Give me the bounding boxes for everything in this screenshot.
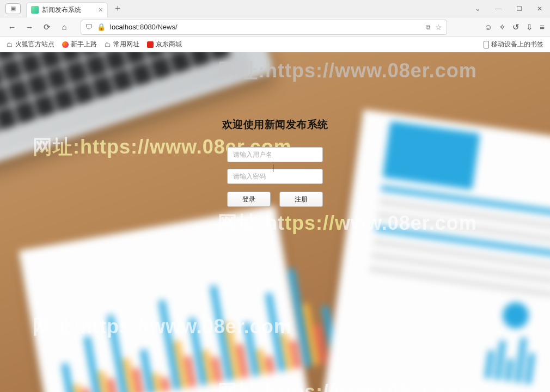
- downloads-icon[interactable]: ⇩: [526, 22, 533, 32]
- titlebar: ▣ 新闻发布系统 × ＋ ⌄ — ☐ ✕: [0, 0, 550, 17]
- login-button[interactable]: 登录: [227, 192, 271, 207]
- chevron-down-icon[interactable]: ⌄: [467, 1, 488, 16]
- tab-close-icon[interactable]: ×: [99, 5, 103, 14]
- home-button[interactable]: ⌂: [58, 21, 71, 34]
- watermark: 网址:https://www.08er.com: [218, 379, 477, 392]
- close-window-button[interactable]: ✕: [529, 1, 550, 16]
- screenshot-button[interactable]: ▣: [5, 3, 21, 14]
- minimize-button[interactable]: —: [488, 1, 509, 16]
- username-input[interactable]: [227, 147, 323, 162]
- qr-icon[interactable]: ⧉: [426, 23, 431, 31]
- tab-favicon: [31, 6, 39, 14]
- window-controls: ⌄ — ☐ ✕: [467, 1, 550, 16]
- address-bar[interactable]: 🛡 🔒 localhost:8080/News/ ⧉ ☆: [81, 20, 447, 35]
- forward-button[interactable]: →: [23, 21, 36, 34]
- password-input[interactable]: [227, 169, 323, 184]
- bookmark-jd[interactable]: 京东商城: [147, 40, 182, 49]
- watermark: 网址:https://www.08er.com: [218, 58, 477, 84]
- bookmarks-bar: 🗀火狐官方站点 新手上路 🗀常用网址 京东商城 移动设备上的书签: [0, 37, 550, 52]
- text-cursor: [273, 164, 273, 172]
- browser-tab[interactable]: 新闻发布系统 ×: [26, 2, 108, 17]
- bookmark-common-sites[interactable]: 🗀常用网址: [105, 40, 139, 49]
- shield-icon[interactable]: 🛡: [85, 23, 93, 31]
- bookmark-firefox-official[interactable]: 🗀火狐官方站点: [7, 40, 54, 49]
- back-button[interactable]: ←: [5, 21, 19, 34]
- watermark: 网址:https://www.08er.com: [218, 210, 477, 237]
- reload-button[interactable]: ⟳: [40, 21, 53, 34]
- history-icon[interactable]: ↺: [512, 22, 520, 32]
- menu-icon[interactable]: ≡: [540, 22, 545, 32]
- url-text: localhost:8080/News/: [110, 23, 421, 31]
- account-icon[interactable]: ☺: [484, 22, 492, 32]
- login-heading: 欢迎使用新闻发布系统: [222, 118, 328, 132]
- mobile-icon: [484, 41, 489, 48]
- login-form: 欢迎使用新闻发布系统 登录 注册: [204, 118, 346, 207]
- register-button[interactable]: 注册: [279, 192, 323, 207]
- maximize-button[interactable]: ☐: [509, 1, 529, 16]
- toolbar: ← → ⟳ ⌂ 🛡 🔒 localhost:8080/News/ ⧉ ☆ ☺ ✧…: [0, 17, 550, 37]
- page-viewport: 网址:https://www.08er.com 网址:https://www.0…: [0, 52, 550, 392]
- extensions-icon[interactable]: ✧: [499, 22, 506, 32]
- bookmark-star-icon[interactable]: ☆: [435, 23, 442, 32]
- tab-title: 新闻发布系统: [42, 5, 95, 15]
- lock-icon[interactable]: 🔒: [97, 23, 106, 31]
- new-tab-button[interactable]: ＋: [111, 2, 124, 15]
- bookmark-getting-started[interactable]: 新手上路: [62, 40, 97, 49]
- mobile-bookmarks[interactable]: 移动设备上的书签: [484, 40, 543, 49]
- watermark: 网址:https://www.08er.com: [33, 314, 292, 340]
